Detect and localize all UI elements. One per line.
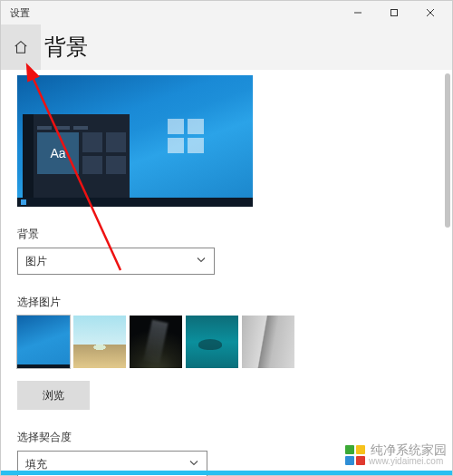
background-label: 背景	[17, 227, 436, 242]
choose-picture-label: 选择图片	[17, 295, 436, 310]
background-type-select[interactable]: 图片	[17, 248, 215, 275]
settings-window: 设置 背景	[0, 0, 453, 476]
close-icon	[426, 8, 435, 17]
home-button[interactable]	[1, 24, 41, 70]
browse-button[interactable]: 浏览	[17, 381, 90, 410]
chevron-down-icon	[196, 255, 207, 268]
close-button[interactable]	[412, 1, 448, 24]
minimize-icon	[353, 8, 362, 17]
picture-thumb-5[interactable]	[242, 316, 294, 368]
header-row: 背景	[1, 24, 452, 70]
window-controls	[340, 1, 448, 24]
background-preview: Aa	[17, 75, 253, 207]
minimize-button[interactable]	[340, 1, 376, 24]
bottom-accent-bar	[1, 471, 452, 475]
browse-button-label: 浏览	[43, 388, 64, 403]
preview-sample-tile: Aa	[37, 132, 79, 174]
background-type-value: 图片	[25, 254, 47, 269]
windows-logo-icon	[168, 119, 204, 153]
chevron-down-icon	[188, 458, 199, 471]
page-title: 背景	[41, 33, 88, 62]
content-area: Aa 背景 图片 选择图片	[1, 70, 452, 476]
home-icon	[13, 39, 29, 55]
picture-thumb-1[interactable]	[17, 316, 70, 368]
window-title: 设置	[5, 6, 30, 20]
picture-thumb-2[interactable]	[73, 316, 126, 368]
picture-thumb-3[interactable]	[130, 316, 182, 368]
preview-taskbar	[17, 198, 253, 207]
picture-thumbnails	[17, 316, 436, 368]
fit-label: 选择契合度	[17, 430, 436, 445]
maximize-icon	[390, 8, 399, 17]
picture-thumb-4[interactable]	[186, 316, 238, 368]
preview-start-menu: Aa	[23, 114, 130, 198]
content: Aa 背景 图片 选择图片	[1, 75, 452, 476]
scrollbar[interactable]	[445, 73, 450, 228]
svg-rect-1	[391, 10, 398, 16]
fit-value: 填充	[25, 457, 47, 472]
maximize-button[interactable]	[376, 1, 412, 24]
titlebar: 设置	[1, 1, 452, 24]
